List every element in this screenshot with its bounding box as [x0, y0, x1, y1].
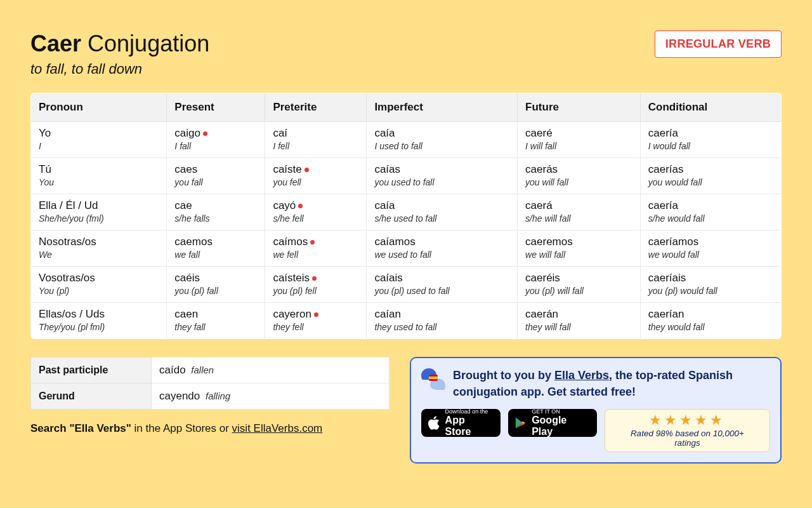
column-header: Present [167, 93, 265, 122]
irregular-dot-icon [314, 312, 318, 317]
conjugation-cell: caeremoswe will fall [518, 231, 641, 267]
conjugation-cell: caes/he falls [167, 194, 265, 231]
conjugation-cell: caeréI will fall [518, 122, 641, 158]
table-row: Ellas/os / UdsThey/you (pl fml)caenthey … [31, 303, 782, 339]
app-store-button[interactable]: Download on the App Store [421, 409, 501, 437]
conjugation-cell: caigoI fall [167, 122, 265, 158]
pronoun-cell: TúYou [31, 158, 167, 194]
gerund-label: Gerund [31, 384, 152, 410]
irregular-dot-icon [312, 276, 317, 281]
conjugation-cell: caísteyou fell [265, 158, 367, 194]
conjugation-cell: caerás/he will fall [518, 194, 641, 231]
conjugation-cell: cayós/he fell [265, 194, 367, 231]
conjugation-table: PronounPresentPreteriteImperfectFutureCo… [30, 93, 782, 339]
search-hint: Search "Ella Verbs" in the App Stores or… [30, 422, 390, 435]
table-row: TúYoucaesyou fallcaísteyou fellcaíasyou … [31, 158, 782, 194]
pronoun-cell: Ella / Él / UdShe/he/you (fml) [31, 194, 167, 231]
conjugation-cell: caeránthey will fall [518, 303, 641, 339]
conjugation-cell: caíanthey used to fall [367, 303, 518, 339]
irregular-dot-icon [310, 240, 315, 244]
table-row: Vosotras/osYou (pl)caéisyou (pl) fallcaí… [31, 267, 782, 303]
pronoun-cell: Nosotras/osWe [31, 231, 167, 267]
conjugation-cell: caías/he used to fall [367, 194, 518, 231]
verb-name: Caer [30, 30, 81, 57]
google-play-icon [514, 416, 527, 430]
gerund-value: cayendo falling [152, 384, 390, 410]
conjugation-cell: caemoswe fall [167, 231, 265, 267]
conjugation-cell: caéisyou (pl) fall [167, 267, 265, 303]
column-header: Imperfect [367, 93, 518, 122]
column-header: Preterite [265, 93, 367, 122]
irregular-badge: IRREGULAR VERB [655, 30, 782, 58]
ella-verbs-link[interactable]: Ella Verbs [554, 369, 609, 382]
pronoun-cell: Ellas/os / UdsThey/you (pl fml) [31, 303, 167, 339]
column-header: Pronoun [31, 93, 167, 122]
irregular-dot-icon [304, 168, 309, 172]
title-suffix: Conjugation [88, 30, 209, 57]
star-icons: ★★★★★ [618, 413, 757, 427]
app-logo-icon [421, 367, 445, 391]
conjugation-cell: caísteisyou (pl) fell [265, 267, 367, 303]
visit-link[interactable]: visit EllaVerbs.com [232, 422, 323, 434]
conjugation-cell: caíasyou used to fall [367, 158, 518, 194]
conjugation-cell: caerías/he would fall [640, 194, 781, 231]
table-row: Nosotras/osWecaemoswe fallcaímoswe fellc… [31, 231, 782, 267]
page-title: Caer Conjugation [30, 30, 209, 57]
conjugation-cell: caíI fell [265, 122, 367, 158]
conjugation-cell: caerásyou will fall [518, 158, 641, 194]
pronoun-cell: Vosotras/osYou (pl) [31, 267, 167, 303]
conjugation-cell: caeríaisyou (pl) would fall [640, 267, 781, 303]
conjugation-cell: caíaisyou (pl) used to fall [367, 267, 518, 303]
promo-box: Brought to you by Ella Verbs, the top-ra… [410, 357, 782, 464]
conjugation-cell: caíaI used to fall [367, 122, 518, 158]
column-header: Future [518, 93, 641, 122]
irregular-dot-icon [203, 131, 207, 136]
table-row: YoIcaigoI fallcaíI fellcaíaI used to fal… [31, 122, 782, 158]
conjugation-cell: caíamoswe used to fall [367, 231, 518, 267]
conjugation-cell: caeríanthey would fall [640, 303, 781, 339]
pronoun-cell: YoI [31, 122, 167, 158]
conjugation-cell: cayeronthey fell [265, 303, 367, 339]
google-play-button[interactable]: GET IT ON Google Play [508, 409, 597, 437]
irregular-dot-icon [298, 204, 303, 208]
conjugation-cell: caeríasyou would fall [640, 158, 781, 194]
rating-box: ★★★★★ Rated 98% based on 10,000+ ratings [605, 409, 770, 452]
past-participle-value: caído fallen [152, 358, 390, 384]
table-row: Ella / Él / UdShe/he/you (fml)caes/he fa… [31, 194, 782, 231]
conjugation-cell: caesyou fall [167, 158, 265, 194]
promo-text: Brought to you by Ella Verbs, the top-ra… [453, 367, 770, 400]
participle-table: Past participle caído fallen Gerund caye… [30, 357, 390, 410]
past-participle-label: Past participle [31, 358, 152, 384]
conjugation-cell: caímoswe fell [265, 231, 367, 267]
conjugation-cell: caeríaI would fall [640, 122, 781, 158]
conjugation-cell: caeréisyou (pl) will fall [518, 267, 641, 303]
column-header: Conditional [640, 93, 781, 122]
apple-icon [428, 415, 440, 431]
conjugation-cell: caeríamoswe would fall [640, 231, 781, 267]
conjugation-cell: caenthey fall [167, 303, 265, 339]
verb-translation: to fall, to fall down [30, 61, 209, 77]
